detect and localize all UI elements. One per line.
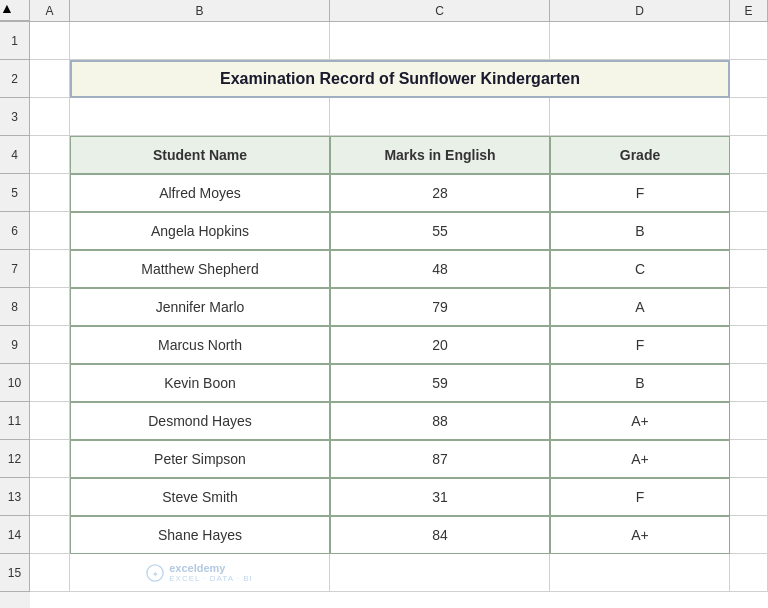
- cell-c15[interactable]: [330, 554, 550, 592]
- cell-d3[interactable]: [550, 98, 730, 136]
- cell-b15: ✦ exceldemy EXCEL · DATA · BI: [70, 554, 330, 592]
- grade-6[interactable]: A+: [550, 402, 730, 440]
- cell-a12[interactable]: [30, 440, 70, 478]
- grade-2[interactable]: C: [550, 250, 730, 288]
- student-name-1[interactable]: Angela Hopkins: [70, 212, 330, 250]
- cell-e15[interactable]: [730, 554, 768, 592]
- grade-0[interactable]: F: [550, 174, 730, 212]
- col-header-a[interactable]: A: [30, 0, 70, 21]
- table-row-2: Matthew Shepherd 48 C: [30, 250, 768, 288]
- col-header-e[interactable]: E: [730, 0, 768, 21]
- grade-4[interactable]: F: [550, 326, 730, 364]
- marks-7[interactable]: 87: [330, 440, 550, 478]
- watermark-logo-icon: ✦: [146, 564, 164, 582]
- marks-1[interactable]: 55: [330, 212, 550, 250]
- marks-0[interactable]: 28: [330, 174, 550, 212]
- row-num-3[interactable]: 3: [0, 98, 30, 136]
- cell-a15[interactable]: [30, 554, 70, 592]
- cell-c3[interactable]: [330, 98, 550, 136]
- cell-d1[interactable]: [550, 22, 730, 60]
- cell-a2[interactable]: [30, 60, 70, 98]
- cell-b1[interactable]: [70, 22, 330, 60]
- marks-2[interactable]: 48: [330, 250, 550, 288]
- student-name-7[interactable]: Peter Simpson: [70, 440, 330, 478]
- cell-e8[interactable]: [730, 288, 768, 326]
- marks-9[interactable]: 84: [330, 516, 550, 554]
- col-header-c[interactable]: C: [330, 0, 550, 21]
- table-row-1: Angela Hopkins 55 B: [30, 212, 768, 250]
- cell-e14[interactable]: [730, 516, 768, 554]
- cell-e9[interactable]: [730, 326, 768, 364]
- row-num-5[interactable]: 5: [0, 174, 30, 212]
- cell-e5[interactable]: [730, 174, 768, 212]
- cell-e11[interactable]: [730, 402, 768, 440]
- grade-9[interactable]: A+: [550, 516, 730, 554]
- row-num-11[interactable]: 11: [0, 402, 30, 440]
- marks-6[interactable]: 88: [330, 402, 550, 440]
- cell-e13[interactable]: [730, 478, 768, 516]
- marks-3[interactable]: 79: [330, 288, 550, 326]
- student-name-6[interactable]: Desmond Hayes: [70, 402, 330, 440]
- cell-a13[interactable]: [30, 478, 70, 516]
- row-num-4[interactable]: 4: [0, 136, 30, 174]
- cell-e2[interactable]: [730, 60, 768, 98]
- row-num-2[interactable]: 2: [0, 60, 30, 98]
- cell-c1[interactable]: [330, 22, 550, 60]
- cell-e1[interactable]: [730, 22, 768, 60]
- cell-a8[interactable]: [30, 288, 70, 326]
- marks-4[interactable]: 20: [330, 326, 550, 364]
- cell-a3[interactable]: [30, 98, 70, 136]
- cell-a9[interactable]: [30, 326, 70, 364]
- col-header-d[interactable]: D: [550, 0, 730, 21]
- cell-b3[interactable]: [70, 98, 330, 136]
- col-header-b[interactable]: B: [70, 0, 330, 21]
- cell-a1[interactable]: [30, 22, 70, 60]
- row-4-headers: Student Name Marks in English Grade: [30, 136, 768, 174]
- col-marks-header[interactable]: Marks in English: [330, 136, 550, 174]
- student-name-5[interactable]: Kevin Boon: [70, 364, 330, 402]
- cell-e12[interactable]: [730, 440, 768, 478]
- row-num-13[interactable]: 13: [0, 478, 30, 516]
- title-cell[interactable]: Examination Record of Sunflower Kinderga…: [70, 60, 730, 98]
- cell-a6[interactable]: [30, 212, 70, 250]
- table-row-7: Peter Simpson 87 A+: [30, 440, 768, 478]
- marks-8[interactable]: 31: [330, 478, 550, 516]
- cell-a10[interactable]: [30, 364, 70, 402]
- cell-d15[interactable]: [550, 554, 730, 592]
- grade-3[interactable]: A: [550, 288, 730, 326]
- row-num-6[interactable]: 6: [0, 212, 30, 250]
- grade-5[interactable]: B: [550, 364, 730, 402]
- grade-7[interactable]: A+: [550, 440, 730, 478]
- cell-e3[interactable]: [730, 98, 768, 136]
- row-num-9[interactable]: 9: [0, 326, 30, 364]
- table-row-6: Desmond Hayes 88 A+: [30, 402, 768, 440]
- row-num-8[interactable]: 8: [0, 288, 30, 326]
- student-name-0[interactable]: Alfred Moyes: [70, 174, 330, 212]
- cell-a5[interactable]: [30, 174, 70, 212]
- cell-e4[interactable]: [730, 136, 768, 174]
- grade-8[interactable]: F: [550, 478, 730, 516]
- student-name-4[interactable]: Marcus North: [70, 326, 330, 364]
- cell-e6[interactable]: [730, 212, 768, 250]
- row-num-15[interactable]: 15: [0, 554, 30, 592]
- row-num-14[interactable]: 14: [0, 516, 30, 554]
- row-num-7[interactable]: 7: [0, 250, 30, 288]
- student-name-2[interactable]: Matthew Shepherd: [70, 250, 330, 288]
- col-student-name-header[interactable]: Student Name: [70, 136, 330, 174]
- grade-1[interactable]: B: [550, 212, 730, 250]
- student-name-9[interactable]: Shane Hayes: [70, 516, 330, 554]
- row-num-12[interactable]: 12: [0, 440, 30, 478]
- cell-a11[interactable]: [30, 402, 70, 440]
- marks-5[interactable]: 59: [330, 364, 550, 402]
- cell-e7[interactable]: [730, 250, 768, 288]
- cell-a4[interactable]: [30, 136, 70, 174]
- cell-a7[interactable]: [30, 250, 70, 288]
- row-num-1[interactable]: 1: [0, 22, 30, 60]
- cell-a14[interactable]: [30, 516, 70, 554]
- row-headers: 1 2 3 4 5 6 7 8 9 10 11 12 13 14 15: [0, 22, 30, 608]
- student-name-8[interactable]: Steve Smith: [70, 478, 330, 516]
- cell-e10[interactable]: [730, 364, 768, 402]
- row-num-10[interactable]: 10: [0, 364, 30, 402]
- col-grade-header[interactable]: Grade: [550, 136, 730, 174]
- student-name-3[interactable]: Jennifer Marlo: [70, 288, 330, 326]
